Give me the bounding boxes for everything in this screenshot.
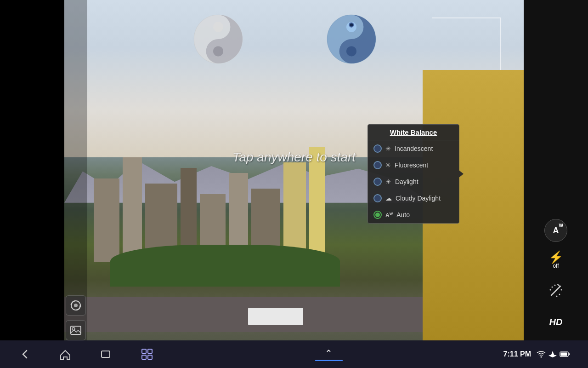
status-icons [537, 350, 570, 358]
wb-radio-incandescent[interactable] [373, 144, 382, 153]
nav-right-status: 7:11 PM [503, 350, 570, 358]
svg-point-19 [559, 294, 560, 295]
svg-rect-14 [71, 326, 81, 334]
apps-icon [140, 347, 154, 362]
trees-area [110, 245, 340, 287]
nav-buttons-left [18, 347, 154, 362]
svg-point-7 [346, 46, 356, 56]
svg-point-29 [541, 356, 542, 358]
nav-indicator-bar [315, 360, 343, 361]
svg-point-21 [550, 289, 551, 291]
bus [248, 308, 303, 325]
svg-point-23 [556, 296, 558, 297]
svg-rect-32 [561, 353, 567, 356]
hd-label: HD [549, 317, 563, 328]
flash-button[interactable]: ⚡ off [542, 246, 570, 273]
wb-radio-fluorescent[interactable] [373, 161, 382, 169]
scene-mode-icon [548, 282, 564, 299]
svg-rect-31 [569, 353, 570, 355]
wb-radio-cloudy[interactable] [373, 194, 382, 202]
wb-label-incandescent: Incandescent [395, 145, 433, 152]
svg-point-20 [554, 285, 556, 286]
incandescent-icon: ✳ [385, 145, 391, 152]
yin-yang-symbols [193, 14, 377, 64]
svg-line-17 [558, 284, 560, 286]
recents-icon [99, 348, 112, 361]
gallery-button[interactable] [66, 320, 86, 340]
svg-point-9 [350, 23, 353, 27]
svg-point-4 [213, 46, 223, 56]
daylight-icon: ☀ [385, 178, 391, 185]
wb-label-fluorescent: Fluorescent [395, 161, 428, 169]
wb-title: White Balance [368, 125, 459, 140]
camera-viewport[interactable]: Tap anywhere to start White Balance ✳ In… [64, 0, 524, 350]
svg-rect-25 [142, 349, 146, 353]
recents-button[interactable] [99, 347, 112, 362]
left-toolbar [64, 0, 87, 350]
svg-rect-24 [102, 351, 110, 357]
cloudy-icon: ☁ [385, 195, 392, 202]
wb-radio-auto[interactable] [373, 211, 382, 219]
yin-yang-left [193, 14, 243, 64]
fluorescent-icon: ✳ [385, 161, 391, 169]
wb-label-daylight: Daylight [395, 178, 418, 185]
nav-bar: ⌃ 7:11 PM [0, 340, 588, 368]
white-balance-popup: White Balance ✳ Incandescent ✳ Fluoresce… [368, 124, 459, 224]
auto-wb-icon: AW [385, 212, 393, 218]
awb-label: A [553, 226, 559, 236]
nav-center: ⌃ [315, 348, 343, 361]
up-chevron-button[interactable]: ⌃ [325, 348, 333, 359]
left-black-bar [0, 0, 64, 350]
scene-mode-button[interactable] [542, 277, 570, 305]
back-button[interactable] [18, 347, 31, 362]
wb-radio-daylight[interactable] [373, 178, 382, 186]
apps-button[interactable] [140, 347, 154, 362]
home-icon [59, 348, 72, 361]
svg-rect-27 [142, 355, 146, 359]
svg-point-13 [74, 304, 78, 307]
antenna [432, 17, 501, 70]
svg-rect-28 [148, 355, 152, 359]
time-display: 7:11 PM [503, 350, 531, 358]
gallery-icon [69, 324, 82, 337]
wifi-icon [537, 351, 546, 358]
battery-icon [560, 351, 570, 357]
camera-switch-button[interactable] [66, 295, 86, 316]
wb-option-incandescent[interactable]: ✳ Incandescent [368, 140, 459, 157]
svg-point-18 [552, 287, 553, 288]
wb-option-fluorescent[interactable]: ✳ Fluorescent [368, 157, 459, 173]
yin-yang-right [326, 14, 377, 64]
awb-sup-label: W [559, 223, 563, 228]
svg-rect-26 [148, 349, 152, 353]
camera-switch-icon [69, 299, 82, 312]
home-button[interactable] [59, 347, 72, 362]
wb-option-cloudy[interactable]: ☁ Cloudy Daylight [368, 190, 459, 207]
back-icon [18, 348, 31, 361]
svg-point-22 [561, 289, 562, 291]
wb-label-auto: Auto [396, 211, 410, 218]
svg-point-3 [213, 22, 223, 32]
airplane-icon [548, 350, 557, 358]
auto-white-balance-button[interactable]: A W [544, 219, 567, 242]
flash-label: off [553, 263, 559, 269]
hd-button[interactable]: HD [542, 308, 570, 336]
wb-option-auto[interactable]: AW Auto [368, 207, 459, 223]
wb-label-cloudy: Cloudy Daylight [396, 195, 441, 202]
wb-option-daylight[interactable]: ☀ Daylight [368, 173, 459, 190]
right-sidebar: A W ⚡ off HD [524, 0, 588, 350]
